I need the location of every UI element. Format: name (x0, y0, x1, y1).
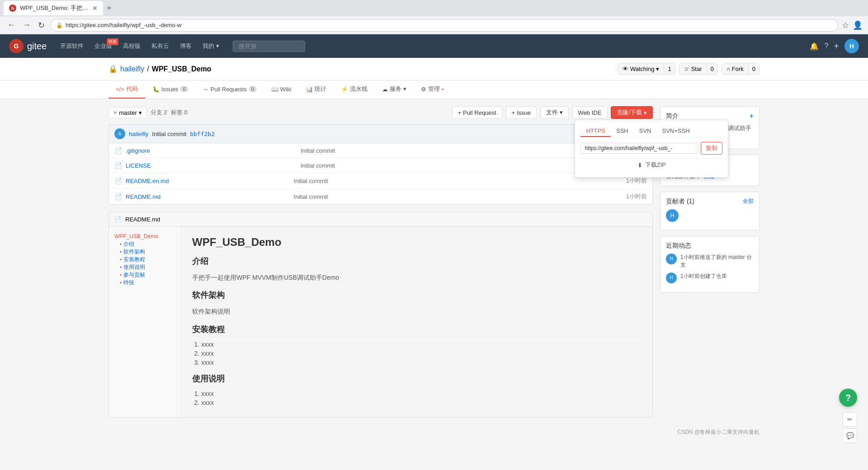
contributor-avatar[interactable]: H (666, 209, 679, 222)
readme-usage-list: xxxx xxxx (192, 390, 642, 406)
toc-item-arch[interactable]: •软件架构 (114, 248, 175, 256)
repo-main: ⑂ master ▾ 分支 2 标签 0 + Pull Request + Is… (108, 106, 653, 418)
table-row[interactable]: 📄 README.md Initial commit 1小时前 (109, 189, 652, 204)
contributors-label: 贡献者 (1) (666, 197, 694, 206)
toc-item-usage[interactable]: •使用说明 (114, 263, 175, 271)
tab-close-icon[interactable]: ✕ (92, 5, 98, 12)
tab-issues[interactable]: 🐛 Issues 0 (145, 80, 196, 99)
readme-heading-install: 安装教程 (192, 324, 642, 337)
commit-author[interactable]: haileifly (129, 131, 148, 137)
issue-button[interactable]: + Issue (506, 106, 537, 119)
nav-blog[interactable]: 博客 (175, 40, 196, 52)
repo-name[interactable]: WPF_USB_Demo (152, 65, 212, 73)
message-fab-button[interactable]: 💬 (843, 428, 857, 440)
activity-avatar: H (666, 254, 677, 264)
toc-item-install[interactable]: •安装教程 (114, 256, 175, 263)
fork-label: Fork (732, 66, 744, 72)
file-name[interactable]: README.en.md (126, 178, 290, 184)
logo-icon: G (9, 39, 24, 53)
active-tab[interactable]: G WPF_USB_Demo: 手把手一起使 ✕ (4, 1, 103, 15)
tab-services-label: 服务 ▾ (390, 85, 406, 93)
help-icon[interactable]: ? (824, 42, 828, 50)
sidebar-add-icon[interactable]: + (750, 112, 754, 120)
clone-tabs: HTTPS SSH SVN SVN+SSH (580, 126, 722, 137)
pull-request-button[interactable]: + Pull Request (452, 106, 502, 119)
nav-enterprise[interactable]: 企业版特惠 (90, 40, 117, 52)
repo-owner[interactable]: haileifly (120, 65, 144, 73)
toc-item-contribute[interactable]: •参与贡献 (114, 271, 175, 279)
tab-code[interactable]: </> 代码 (108, 80, 145, 99)
table-row[interactable]: 📄 README.en.md Initial commit 1小时前 (109, 173, 652, 189)
download-button[interactable]: 克隆/下载 ▾ (611, 106, 653, 119)
lock-icon: 🔒 (56, 22, 63, 28)
tab-pullrequests[interactable]: ↔ Pull Requests 0 (196, 80, 264, 99)
nav-mine[interactable]: 我的 ▾ (198, 40, 224, 52)
watch-button[interactable]: 👁 Watching ▾ 1 (618, 63, 675, 75)
repo-actions: 👁 Watching ▾ 1 ☆ Star 0 ⑃ Fork 0 (618, 63, 760, 75)
tab-stats[interactable]: 📊 统计 (298, 80, 334, 99)
contributors-all-link[interactable]: 全部 (743, 197, 754, 205)
nav-university[interactable]: 高校版 (118, 40, 145, 52)
file-name[interactable]: LICENSE (126, 162, 297, 169)
add-icon[interactable]: + (834, 41, 839, 52)
download-zip-button[interactable]: ⬇ 下载ZIP (580, 158, 722, 172)
clone-tab-https[interactable]: HTTPS (580, 126, 611, 137)
star-count[interactable]: 0 (707, 64, 717, 74)
forward-button[interactable]: → (21, 19, 33, 32)
profile-icon[interactable]: 👤 (853, 20, 863, 30)
back-button[interactable]: ← (5, 19, 17, 32)
file-name[interactable]: .gitignore (126, 147, 297, 154)
tab-pipeline[interactable]: ⚡ 流水线 (334, 80, 375, 99)
clone-copy-button[interactable]: 复制 (701, 142, 722, 155)
tags-count[interactable]: 标签 0 (171, 108, 188, 117)
reload-button[interactable]: ↻ (36, 19, 47, 32)
clone-tab-svn[interactable]: SVN (634, 126, 657, 137)
branch-selector[interactable]: ⑂ master ▾ (108, 107, 147, 118)
main-content: ⑂ master ▾ 分支 2 标签 0 + Pull Request + Is… (0, 99, 868, 425)
repo-separator: / (147, 65, 149, 73)
tab-wiki[interactable]: 📖 Wiki (264, 80, 299, 99)
toc-item-intro[interactable]: •介绍 (114, 240, 175, 248)
clone-tab-ssh[interactable]: SSH (611, 126, 634, 137)
edit-fab-button[interactable]: ✏ (843, 412, 857, 427)
fork-button[interactable]: ⑃ Fork 0 (722, 63, 760, 75)
search-input[interactable] (233, 41, 305, 52)
fork-main[interactable]: ⑃ Fork (722, 64, 748, 74)
notification-icon[interactable]: 🔔 (810, 42, 819, 51)
file-name[interactable]: README.md (126, 193, 290, 200)
tab-manage[interactable]: ⚙ 管理 ● (414, 80, 451, 99)
bookmark-icon[interactable]: ☆ (842, 20, 849, 30)
readme-header: 📄 README.md (109, 212, 652, 227)
repo-tabs: </> 代码 🐛 Issues 0 ↔ Pull Requests 0 📖 Wi… (0, 80, 868, 99)
star-main[interactable]: ☆ Star (679, 64, 707, 74)
nav-opensource[interactable]: 开源软件 (56, 40, 88, 52)
site-logo[interactable]: G gitee (9, 39, 47, 53)
clone-tab-svnplusssh[interactable]: SVN+SSH (656, 126, 695, 137)
commit-hash[interactable]: bbff2b2 (190, 131, 215, 137)
stats-icon: 📊 (306, 86, 313, 93)
clone-url-input[interactable] (580, 143, 698, 154)
address-bar[interactable]: 🔒 https://gitee.com/haileifly/wpf_-usb_-… (50, 19, 838, 32)
user-avatar[interactable]: H (844, 39, 859, 53)
watch-count[interactable]: 1 (664, 64, 675, 74)
file-button[interactable]: 文件 ▾ (540, 106, 569, 119)
file-icon: 📄 (114, 193, 122, 200)
star-button[interactable]: ☆ Star 0 (679, 63, 718, 75)
fork-count[interactable]: 0 (748, 64, 759, 74)
table-row[interactable]: 📄 .gitignore Initial commit (109, 143, 652, 158)
table-row[interactable]: 📄 LICENSE Initial commit (109, 158, 652, 173)
help-fab-button[interactable]: ? (839, 389, 857, 407)
tab-services[interactable]: ☁ 服务 ▾ (375, 80, 414, 99)
watch-main[interactable]: 👁 Watching ▾ (618, 64, 664, 74)
file-time: 1小时前 (626, 193, 647, 201)
branches-count[interactable]: 分支 2 (151, 108, 167, 117)
list-item: xxxx (201, 341, 642, 348)
toc-item-tricks[interactable]: •特技 (114, 279, 175, 287)
nav-private[interactable]: 私有云 (147, 40, 174, 52)
sidebar-activity: 近期动态 H 1小时前推送了新的 master 分支 H 1小时前创建了仓库 (660, 236, 760, 293)
contributors-list: H (666, 209, 754, 222)
tab-favicon: G (9, 5, 16, 12)
toc-main[interactable]: WPF_USB_Demo (114, 232, 175, 240)
new-tab-button[interactable]: + (105, 4, 113, 13)
webide-button[interactable]: Web IDE (572, 106, 608, 119)
